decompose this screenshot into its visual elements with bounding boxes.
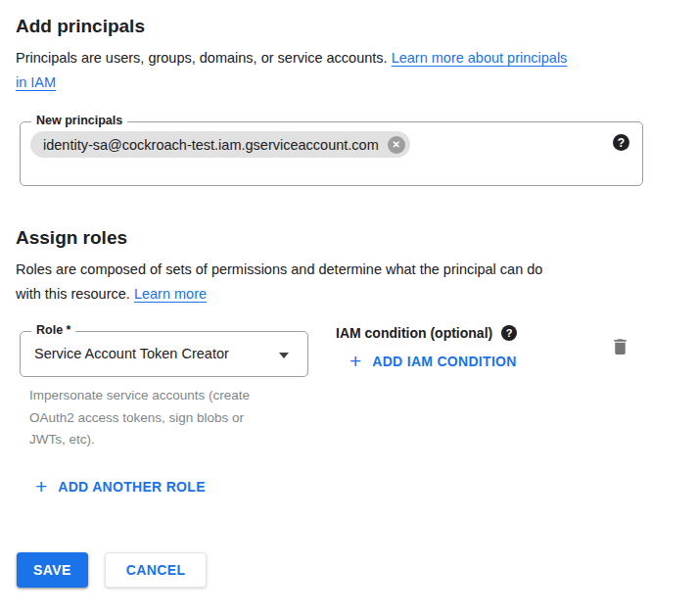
page-title: Add principals	[16, 15, 682, 37]
assign-roles-title: Assign roles	[16, 226, 682, 249]
role-label: Role *	[31, 323, 75, 337]
learn-more-roles-link[interactable]: Learn more	[134, 286, 207, 302]
role-column: Role * Service Account Token Creator Imp…	[20, 331, 308, 451]
new-principals-help-icon[interactable]: ?	[613, 134, 629, 151]
role-selected-value: Service Account Token Creator	[34, 346, 307, 361]
roles-description: Roles are composed of sets of permission…	[16, 258, 682, 307]
iam-condition-column: IAM condition (optional) ? + ADD IAM CON…	[336, 325, 517, 372]
role-helper-text: Impersonate service accounts (createOAut…	[29, 385, 289, 451]
iam-condition-label: IAM condition (optional)	[336, 325, 492, 341]
new-principals-label: New principals	[31, 114, 127, 127]
plus-icon: +	[349, 354, 361, 369]
role-row: Role * Service Account Token Creator Imp…	[20, 331, 682, 451]
new-principals-field[interactable]: New principals identity-sa@cockroach-tes…	[20, 121, 643, 186]
role-dropdown[interactable]: Role * Service Account Token Creator	[20, 331, 308, 377]
add-iam-condition-button[interactable]: + ADD IAM CONDITION	[349, 354, 517, 369]
footer-actions: SAVE CANCEL	[17, 552, 698, 588]
principals-description: Principals are users, groups, domains, o…	[16, 46, 682, 95]
chip-remove-button[interactable]: ✕	[388, 136, 405, 154]
iam-condition-help-icon[interactable]: ?	[501, 325, 517, 341]
iam-condition-label-row: IAM condition (optional) ?	[336, 325, 517, 341]
add-another-role-button[interactable]: + ADD ANOTHER ROLE	[35, 479, 206, 495]
principal-chip: identity-sa@cockroach-test.iam.gservicea…	[30, 131, 410, 158]
trash-icon	[610, 346, 630, 360]
delete-role-button[interactable]	[610, 336, 630, 360]
close-icon: ✕	[393, 139, 400, 150]
cancel-button[interactable]: CANCEL	[105, 552, 208, 588]
plus-icon: +	[35, 479, 47, 495]
principals-description-text: Principals are users, groups, domains, o…	[16, 50, 388, 66]
principal-chip-value: identity-sa@cockroach-test.iam.gservicea…	[43, 137, 379, 153]
chevron-down-icon	[279, 353, 289, 358]
save-button[interactable]: SAVE	[17, 552, 88, 588]
